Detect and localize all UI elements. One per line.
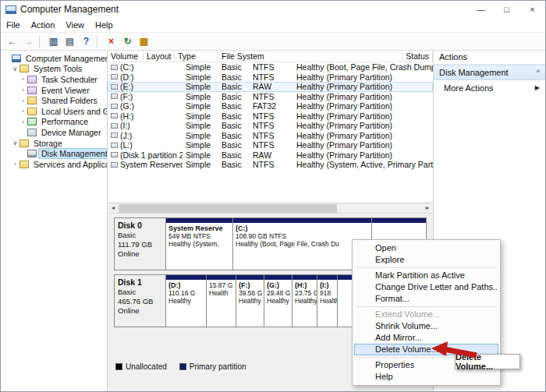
table-row[interactable]: (F:) Simple Basic NTFS Healthy (Primary … <box>108 92 433 102</box>
disk-icon <box>27 150 37 157</box>
more-actions[interactable]: More Actions ▶ <box>434 80 545 95</box>
toolbar-separator[interactable] <box>39 36 43 48</box>
menu-item[interactable]: View <box>60 20 90 30</box>
tree-item[interactable]: › Services and Applications <box>1 159 107 170</box>
partition[interactable]: (G:) 29.48 G Healthy <box>264 275 292 327</box>
context-menu-item[interactable] <box>355 306 498 307</box>
context-menu-item[interactable]: Open <box>354 242 498 254</box>
column-header[interactable]: Status <box>402 51 433 62</box>
menu-item[interactable]: Help <box>90 20 119 30</box>
context-menu-item[interactable]: Help <box>354 371 498 383</box>
close-button[interactable]: × <box>519 1 545 18</box>
folder-icon <box>27 108 37 115</box>
chart-icon[interactable]: ▦ <box>137 35 151 48</box>
volume-name: (Disk 1 partition 2) <box>120 150 183 160</box>
partition[interactable]: (F:) 39.56 G Healthy <box>236 275 264 327</box>
forward-icon[interactable]: → <box>22 35 35 48</box>
expander-icon[interactable]: › <box>19 87 27 94</box>
volume-icon <box>111 152 118 157</box>
back-icon[interactable]: ← <box>5 35 19 48</box>
context-menu-item[interactable]: Extend Volume... <box>354 309 498 320</box>
delete-icon[interactable]: × <box>105 35 118 48</box>
context-menu-item[interactable] <box>355 267 498 268</box>
volume-layout: Simple <box>183 111 218 121</box>
horizontal-scrollbar[interactable]: ◄ ► <box>108 203 433 214</box>
table-row[interactable]: (C:) Simple Basic NTFS Healthy (Boot, Pa… <box>108 62 433 72</box>
partition-name: (G:) <box>267 281 289 289</box>
tree-item[interactable]: Disk Management <box>1 148 107 159</box>
minimize-button[interactable]: — <box>468 1 494 18</box>
table-row[interactable]: (G:) Simple Basic FAT32 Healthy (Primary… <box>108 101 433 111</box>
app-icon <box>5 5 16 14</box>
volume-status: Healthy (Primary Partition) <box>293 111 433 121</box>
table-row[interactable]: (J:) Simple Basic NTFS Healthy (Primary … <box>108 131 433 141</box>
expander-icon[interactable]: › <box>19 97 27 104</box>
context-menu-item[interactable]: Explore <box>354 254 498 266</box>
maximize-button[interactable]: □ <box>494 1 519 18</box>
computer-management-window: Computer Management — □ × File Action Vi… <box>0 0 546 392</box>
volume-status: Healthy (Primary Partition) <box>293 140 433 150</box>
partition[interactable]: System Reserve 549 MB NTFS Healthy (Syst… <box>166 218 233 270</box>
context-menu-item[interactable]: Shrink Volume... <box>354 320 498 332</box>
column-header[interactable]: Type <box>175 51 218 62</box>
show-console-tree-icon[interactable]: ▥ <box>47 35 60 48</box>
context-menu-item[interactable]: Format... <box>354 293 498 305</box>
properties-icon[interactable]: ▤ <box>63 35 76 48</box>
title-bar[interactable]: Computer Management — □ × <box>1 1 545 18</box>
volume-icon <box>111 113 118 118</box>
partition[interactable]: (D:) 110.16 G Healthy <box>166 275 207 327</box>
volume-status: Healthy (Primary Partition) <box>293 72 433 82</box>
scroll-left-icon[interactable]: ◄ <box>108 203 119 213</box>
tree-item[interactable]: › Performance <box>1 117 107 128</box>
disk-info[interactable]: Disk 1 Basic 465.76 GB Online <box>115 275 166 327</box>
partition[interactable]: 15.87 G Health <box>207 275 236 327</box>
tree-item[interactable]: Computer Management (Local <box>1 53 107 64</box>
table-row[interactable]: (Disk 1 partition 2) Simple Basic RAW He… <box>108 150 433 161</box>
tree-item[interactable]: ∨ Storage <box>1 138 107 149</box>
partition-name: (F:) <box>239 281 261 289</box>
partition[interactable]: (I:) 918 Healthy <box>317 275 338 327</box>
scrollbar-track[interactable] <box>119 203 422 213</box>
partition[interactable]: (H:) 23.75 G Healthy <box>292 275 317 327</box>
scrollbar-thumb[interactable] <box>119 204 337 213</box>
table-row[interactable]: (E:) Simple Basic RAW Healthy (Primary P… <box>108 82 433 92</box>
table-row[interactable]: (I:) Simple Basic NTFS Healthy (Primary … <box>108 121 433 131</box>
table-row[interactable]: System Reserved (K:) Simple Basic NTFS H… <box>108 160 433 170</box>
column-header[interactable]: Volume <box>108 51 144 62</box>
scroll-right-icon[interactable]: ► <box>422 203 433 213</box>
context-menu-item[interactable]: Mark Partition as Active <box>354 270 498 281</box>
table-row[interactable]: (D:) Simple Basic NTFS Healthy (Primary … <box>108 72 433 83</box>
volume-filesystem: NTFS <box>250 160 293 169</box>
collapse-icon[interactable]: ^ <box>537 69 540 76</box>
tree-item[interactable]: Device Manager <box>1 127 107 138</box>
disk-name: Disk 0 <box>118 221 162 231</box>
help-icon[interactable]: ? <box>80 35 93 48</box>
table-row[interactable]: (L:) Simple Basic NTFS Healthy (Primary … <box>108 140 433 150</box>
tree-item[interactable]: › Shared Folders <box>1 95 107 106</box>
refresh-icon[interactable]: ↻ <box>121 35 134 48</box>
column-header[interactable]: File System <box>218 51 402 62</box>
menu-item[interactable]: Action <box>26 20 61 30</box>
actions-section-disk-management[interactable]: Disk Management ^ <box>434 65 545 80</box>
column-header[interactable]: Layout <box>144 51 175 62</box>
tree-item[interactable]: › Task Scheduler <box>1 74 107 85</box>
menu-item[interactable]: File <box>1 20 26 30</box>
volume-type: Basic <box>218 121 250 130</box>
table-row[interactable]: (H:) Simple Basic NTFS Healthy (Primary … <box>108 111 433 122</box>
tree-item[interactable]: ∨ System Tools <box>1 64 107 75</box>
toolbar-separator[interactable] <box>97 36 101 48</box>
expander-icon[interactable]: › <box>19 108 27 115</box>
disk-size: 111.79 GB <box>118 240 162 249</box>
context-menu-item[interactable]: Change Drive Letter and Paths... <box>354 281 498 293</box>
expander-icon[interactable]: ∨ <box>11 65 20 72</box>
tree-item[interactable]: › Local Users and Groups <box>1 106 107 117</box>
tree-item[interactable]: › Event Viewer <box>1 85 107 96</box>
disk-type: Basic <box>118 288 162 297</box>
expander-icon[interactable]: ∨ <box>11 139 20 147</box>
disk-info[interactable]: Disk 0 Basic 111.79 GB Online <box>115 218 166 270</box>
volume-type: Basic <box>218 111 250 121</box>
volume-filesystem: RAW <box>250 150 293 160</box>
expander-icon[interactable]: › <box>19 118 27 125</box>
expander-icon[interactable]: › <box>11 161 20 168</box>
expander-icon[interactable]: › <box>19 76 27 83</box>
